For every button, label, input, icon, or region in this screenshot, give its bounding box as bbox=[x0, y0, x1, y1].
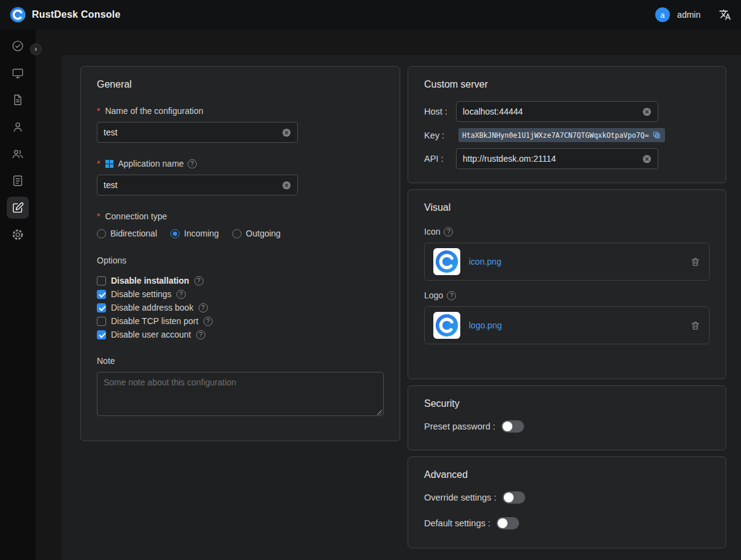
preset-password-toggle[interactable] bbox=[501, 420, 524, 433]
clear-icon[interactable] bbox=[282, 128, 291, 137]
help-icon[interactable]: ? bbox=[196, 330, 205, 339]
sidebar-item-groups[interactable] bbox=[7, 143, 29, 165]
radio-circle[interactable] bbox=[170, 229, 180, 238]
help-icon[interactable]: ? bbox=[447, 291, 456, 300]
key-row: Key : HtaXBkJNHyn0e1U1jWXze7A7CN7QTGWqxk… bbox=[424, 128, 710, 142]
general-card: General * Name of the configuration * bbox=[80, 66, 400, 441]
sidebar-item-logs[interactable] bbox=[7, 170, 29, 192]
required-marker: * bbox=[97, 106, 100, 116]
preset-password-row: Preset password : bbox=[424, 420, 710, 433]
left-column: General * Name of the configuration * bbox=[80, 66, 400, 441]
general-title: General bbox=[97, 79, 384, 90]
check-disable-tcp-listen-port[interactable]: Disable TCP listen port ? bbox=[97, 314, 384, 328]
sidebar-item-audit[interactable] bbox=[7, 89, 29, 111]
clear-icon[interactable] bbox=[642, 154, 652, 164]
api-row: API : bbox=[424, 148, 710, 169]
sidebar-item-devices[interactable] bbox=[7, 62, 29, 84]
key-value: HtaXBkJNHyn0e1U1jWXze7A7CN7QTGWqxkOtpaVp… bbox=[462, 131, 649, 140]
checkbox[interactable] bbox=[97, 330, 106, 339]
override-settings-row: Override settings : bbox=[424, 491, 710, 504]
resize-handle-icon[interactable] bbox=[376, 409, 382, 415]
icon-file-link[interactable]: icon.png bbox=[469, 257, 501, 267]
radio-outgoing[interactable]: Outgoing bbox=[232, 229, 281, 238]
user-icon bbox=[11, 120, 25, 134]
copy-icon[interactable] bbox=[652, 131, 661, 140]
checkbox[interactable] bbox=[97, 303, 106, 312]
help-icon[interactable]: ? bbox=[444, 227, 453, 236]
app-name-label: * Application name ? bbox=[97, 159, 384, 168]
help-icon[interactable]: ? bbox=[188, 159, 197, 168]
gear-icon bbox=[11, 228, 25, 241]
radio-circle[interactable] bbox=[97, 229, 106, 238]
checkbox[interactable] bbox=[97, 276, 106, 286]
radio-bidirectional[interactable]: Bidirectional bbox=[97, 229, 157, 238]
security-title: Security bbox=[424, 398, 710, 409]
help-icon[interactable]: ? bbox=[194, 276, 203, 286]
connection-type-label: * Connection type bbox=[97, 211, 384, 221]
translate-icon[interactable] bbox=[719, 9, 731, 21]
options-label: Options bbox=[97, 255, 384, 265]
sidebar-item-custom-clients[interactable] bbox=[7, 197, 29, 219]
trash-icon[interactable] bbox=[690, 320, 701, 331]
help-icon[interactable]: ? bbox=[203, 317, 213, 326]
logbook-icon bbox=[11, 174, 25, 187]
clear-icon[interactable] bbox=[642, 107, 652, 116]
host-label: Host : bbox=[424, 107, 456, 116]
check-disable-address-book[interactable]: Disable address book ? bbox=[97, 301, 384, 314]
note-textarea[interactable] bbox=[97, 372, 384, 416]
icon-label: Icon ? bbox=[424, 227, 710, 236]
trash-icon[interactable] bbox=[690, 257, 701, 267]
sidebar bbox=[0, 29, 36, 560]
sidebar-item-users[interactable] bbox=[7, 116, 29, 138]
checkbox[interactable] bbox=[97, 290, 106, 299]
users-icon bbox=[11, 147, 25, 161]
logo-label: Logo ? bbox=[424, 290, 710, 300]
api-label: API : bbox=[424, 154, 456, 164]
logo-file-link[interactable]: logo.png bbox=[469, 320, 502, 330]
connection-type-group: Bidirectional Incoming Outgoing bbox=[97, 229, 384, 238]
avatar[interactable]: a bbox=[655, 7, 670, 22]
api-input[interactable] bbox=[463, 154, 637, 164]
host-input[interactable] bbox=[463, 107, 637, 116]
override-settings-toggle[interactable] bbox=[503, 491, 525, 504]
sidebar-collapse-button[interactable]: › bbox=[30, 44, 42, 55]
logo-thumbnail bbox=[433, 312, 460, 339]
logo-file-row: logo.png bbox=[424, 306, 710, 344]
custom-server-card: Custom server Host : Key : HtaXBkJNHyn0e… bbox=[408, 66, 726, 183]
advanced-card: Advanced Override settings : Default set… bbox=[408, 456, 726, 548]
check-disable-user-account[interactable]: Disable user account ? bbox=[97, 328, 384, 341]
windows-icon bbox=[105, 159, 114, 168]
rustdesk-logo-icon bbox=[10, 7, 26, 23]
advanced-title: Advanced bbox=[424, 469, 710, 480]
preset-password-label: Preset password : bbox=[424, 422, 495, 431]
check-disable-installation[interactable]: Disable installation ? bbox=[97, 274, 384, 287]
config-name-input[interactable] bbox=[104, 127, 277, 137]
required-marker: * bbox=[97, 159, 100, 168]
radio-incoming[interactable]: Incoming bbox=[170, 229, 219, 238]
top-bar: RustDesk Console a admin bbox=[0, 0, 741, 29]
default-settings-toggle[interactable] bbox=[496, 517, 519, 529]
visual-card: Visual Icon ? icon. bbox=[408, 189, 726, 379]
help-icon[interactable]: ? bbox=[177, 290, 186, 299]
config-name-field bbox=[97, 122, 298, 143]
sidebar-item-settings[interactable] bbox=[7, 224, 29, 246]
override-settings-label: Override settings : bbox=[424, 493, 496, 502]
radio-circle[interactable] bbox=[232, 229, 241, 238]
default-settings-label: Default settings : bbox=[424, 518, 490, 528]
monitor-icon bbox=[11, 66, 25, 80]
toggle-knob bbox=[503, 422, 512, 431]
app-name-input[interactable] bbox=[104, 180, 277, 190]
clear-icon[interactable] bbox=[282, 181, 291, 190]
check-disable-settings[interactable]: Disable settings ? bbox=[97, 287, 384, 301]
sidebar-item-dashboard[interactable] bbox=[7, 35, 29, 57]
host-field bbox=[456, 101, 658, 122]
default-settings-row: Default settings : bbox=[424, 517, 710, 529]
header-right: a admin bbox=[655, 7, 731, 22]
custom-server-title: Custom server bbox=[424, 79, 710, 90]
note-wrap bbox=[97, 372, 384, 418]
right-column: Custom server Host : Key : HtaXBkJNHyn0e… bbox=[408, 66, 726, 548]
username[interactable]: admin bbox=[677, 10, 701, 20]
checkbox[interactable] bbox=[97, 317, 106, 326]
required-marker: * bbox=[97, 211, 100, 221]
help-icon[interactable]: ? bbox=[199, 303, 208, 312]
